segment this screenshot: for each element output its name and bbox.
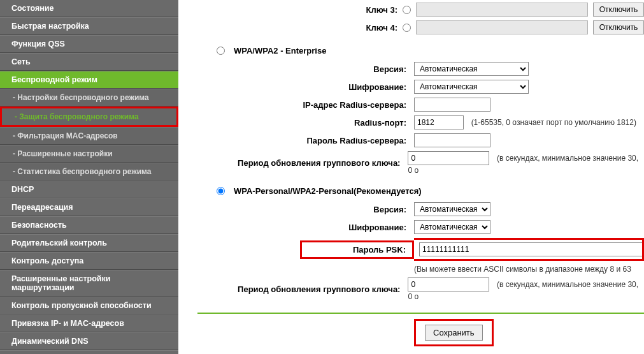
nav-item[interactable]: Переадресация	[0, 198, 178, 216]
divider	[197, 313, 644, 314]
ent-version-label: Версия:	[197, 64, 414, 74]
nav-item[interactable]: Привязка IP- и MAC-адресов	[0, 314, 178, 332]
key4-disable-button[interactable]: Отключить	[593, 20, 644, 34]
key4-label: Ключ 4:	[366, 23, 397, 33]
key3-label: Ключ 3:	[366, 5, 397, 15]
pers-group-key-label: Период обновления группового ключа:	[197, 284, 408, 294]
pers-psk-label: Пароль PSK:	[300, 240, 414, 259]
nav-item[interactable]: Быстрая настройка	[0, 17, 178, 35]
key4-row: Ключ 4: Отключить	[197, 20, 644, 34]
key4-radio[interactable]	[403, 24, 411, 32]
nav-item[interactable]: DHCP	[0, 181, 178, 198]
nav-sub-item[interactable]: - Фильтрация MAC-адресов	[0, 127, 178, 145]
key3-radio[interactable]	[403, 6, 411, 14]
ent-radius-port-input[interactable]	[414, 115, 464, 129]
enterprise-title: WPA/WPA2 - Enterprise	[234, 46, 326, 55]
nav-sub-item[interactable]: - Статистика беспроводного режима	[0, 163, 178, 181]
key3-row: Ключ 3: Отключить	[197, 3, 644, 17]
nav-item[interactable]: Динамический DNS	[0, 332, 178, 350]
nav-sub-item[interactable]: - Расширенные настройки	[0, 145, 178, 163]
pers-psk-hint: (Вы можете ввести ASCII символы в диапаз…	[414, 265, 631, 274]
ent-radius-ip-label: IP-адрес Radius-сервера:	[197, 100, 414, 110]
pers-encryption-select[interactable]: Автоматическая	[414, 220, 490, 234]
ent-radius-port-label: Radius-порт:	[197, 118, 414, 128]
save-highlight: Сохранить	[414, 319, 494, 346]
nav-item[interactable]: Контроль доступа	[0, 252, 178, 270]
content-panel: Ключ 3: Отключить Ключ 4: Отключить WPA/…	[178, 0, 644, 354]
enterprise-section: WPA/WPA2 - Enterprise Версия: Автоматиче…	[197, 46, 644, 175]
nav-sub-item[interactable]: - Защита беспроводного режима	[0, 107, 178, 127]
ent-encryption-select[interactable]: Автоматическая	[414, 80, 529, 94]
nav-item[interactable]: Сеть	[0, 53, 178, 71]
nav-item[interactable]: Безопасность	[0, 216, 178, 234]
nav-sub-item[interactable]: - Настройки беспроводного режима	[0, 89, 178, 107]
nav-item[interactable]: Беспроводной режим	[0, 71, 178, 89]
nav-item[interactable]: Функция QSS	[0, 35, 178, 53]
ent-radius-pass-label: Пароль Radius-сервера:	[197, 136, 414, 145]
sidebar: СостояниеБыстрая настройкаФункция QSSСет…	[0, 0, 178, 354]
ent-group-key-label: Период обновления группового ключа:	[197, 158, 408, 168]
pers-psk-input[interactable]	[419, 242, 642, 256]
key3-disable-button[interactable]: Отключить	[593, 3, 644, 17]
nav-item[interactable]: Расширенные настройки маршрутизации	[0, 270, 178, 297]
personal-radio[interactable]	[217, 187, 225, 195]
ent-group-key-input[interactable]	[408, 151, 489, 165]
personal-title: WPA-Personal/WPA2-Personal(Рекомендуется…	[234, 186, 422, 196]
pers-version-label: Версия:	[197, 205, 414, 214]
key3-input	[416, 3, 588, 17]
personal-section: WPA-Personal/WPA2-Personal(Рекомендуется…	[197, 186, 644, 301]
ent-encryption-label: Шифрование:	[197, 82, 414, 92]
pers-encryption-label: Шифрование:	[197, 223, 414, 232]
nav-item[interactable]: Системные инструменты	[0, 350, 178, 354]
enterprise-radio[interactable]	[217, 47, 225, 55]
ent-radius-pass-input[interactable]	[414, 133, 490, 147]
ent-radius-ip-input[interactable]	[414, 98, 490, 112]
pers-group-key-input[interactable]	[408, 277, 489, 291]
nav-item[interactable]: Родительский контроль	[0, 234, 178, 252]
ent-version-select[interactable]: Автоматическая	[414, 62, 529, 76]
key4-input	[416, 20, 588, 34]
pers-version-select[interactable]: Автоматическая	[414, 202, 490, 216]
nav-item[interactable]: Состояние	[0, 0, 178, 17]
save-button[interactable]: Сохранить	[425, 325, 483, 341]
ent-radius-port-hint: (1-65535, 0 означает порт по умолчанию 1…	[471, 118, 636, 127]
nav-item[interactable]: Контроль пропускной способности	[0, 297, 178, 314]
